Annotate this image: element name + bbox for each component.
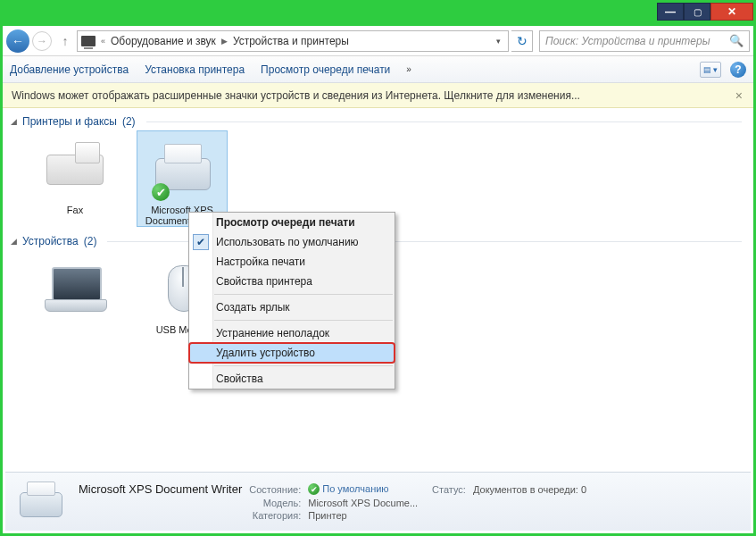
ctx-separator [214, 320, 393, 321]
group-count-printers: (2) [122, 115, 136, 128]
group-count-devices: (2) [84, 235, 97, 247]
ctx-set-default[interactable]: Использовать по умолчанию [189, 232, 395, 252]
address-dropdown-icon[interactable]: ▾ [493, 37, 504, 46]
nav-bar: ← → « Оборудование и звук ▶ Устройства и… [3, 26, 753, 56]
group-header-printers[interactable]: Принтеры и факсы (2) [5, 112, 751, 130]
fax-icon [39, 131, 111, 203]
details-model-value: Microsoft XPS Docume... [308, 498, 418, 508]
context-menu: Просмотр очереди печати Использовать по … [188, 212, 395, 389]
search-placeholder: Поиск: Устройства и принтеры [545, 35, 710, 47]
ctx-printer-properties[interactable]: Свойства принтера [189, 272, 395, 291]
details-pane: Microsoft XPS Document Writer Состояние:… [5, 472, 751, 531]
device-label: Fax [30, 205, 120, 215]
devices-icon [81, 36, 96, 46]
details-device-name: Microsoft XPS Document Writer [79, 482, 242, 496]
printer-icon [146, 131, 218, 203]
details-state-label: Состояние: [249, 484, 301, 495]
ctx-properties[interactable]: Свойства [189, 369, 395, 389]
breadcrumb-chevron-icon: ▶ [220, 37, 229, 46]
cmd-add-printer[interactable]: Установка принтера [145, 63, 245, 76]
details-status-value: Документов в очереди: 0 [473, 484, 586, 495]
window-controls [657, 3, 753, 21]
breadcrumb-sep: « [99, 37, 107, 46]
cmd-overflow-chevron-icon[interactable]: » [406, 64, 411, 74]
refresh-button[interactable] [511, 30, 533, 52]
command-bar: Добавление устройства Установка принтера… [3, 56, 753, 83]
default-printer-badge-icon [152, 183, 170, 201]
info-bar-text: Windows может отображать расширенные зна… [12, 89, 580, 102]
details-model-label: Модель: [249, 498, 301, 508]
ctx-print-setup[interactable]: Настройка печати [189, 252, 395, 272]
address-bar[interactable]: « Оборудование и звук ▶ Устройства и при… [77, 30, 509, 52]
minimize-button[interactable] [657, 3, 684, 21]
search-icon[interactable] [729, 34, 744, 47]
cmd-view-print-queue[interactable]: Просмотр очереди печати [261, 63, 390, 76]
up-button[interactable] [56, 32, 74, 50]
default-check-icon [308, 483, 320, 495]
device-item-fax[interactable]: Fax [30, 131, 120, 215]
group-divider [146, 121, 742, 122]
breadcrumb-hardware-sound[interactable]: Оборудование и звук [107, 35, 220, 47]
maximize-button[interactable] [684, 3, 710, 21]
back-button[interactable]: ← [6, 29, 29, 53]
details-state-value: По умолчанию [308, 483, 418, 496]
explorer-window: ← → « Оборудование и звук ▶ Устройства и… [0, 0, 756, 536]
laptop-icon [39, 251, 111, 322]
checkmark-icon [193, 234, 209, 250]
group-title-devices: Устройства [22, 235, 79, 247]
info-bar-close-icon[interactable] [735, 88, 743, 103]
ctx-remove-device[interactable]: Удалить устройство [189, 343, 395, 363]
ctx-separator [214, 294, 393, 295]
details-category-value: Принтер [308, 510, 418, 521]
ctx-troubleshoot[interactable]: Устранение неполадок [189, 323, 395, 343]
forward-button: → [32, 31, 52, 51]
details-printer-icon [14, 480, 68, 524]
group-title-printers: Принтеры и факсы [22, 115, 117, 128]
ctx-create-shortcut[interactable]: Создать ярлык [189, 297, 395, 317]
details-category-label: Категория: [249, 510, 301, 521]
breadcrumb-devices-printers[interactable]: Устройства и принтеры [229, 35, 353, 47]
cmd-add-device[interactable]: Добавление устройства [10, 63, 129, 76]
ctx-separator [214, 365, 393, 366]
collapse-triangle-icon[interactable] [11, 117, 17, 126]
help-button[interactable] [730, 62, 746, 78]
search-input[interactable]: Поиск: Устройства и принтеры [539, 30, 750, 52]
ctx-view-print-queue[interactable]: Просмотр очереди печати [189, 213, 395, 232]
collapse-triangle-icon[interactable] [11, 237, 17, 246]
view-options-button[interactable]: ▤ ▾ [700, 62, 721, 78]
close-button[interactable] [710, 3, 753, 21]
info-bar[interactable]: Windows может отображать расширенные зна… [3, 83, 753, 108]
details-status-label: Статус: [432, 484, 466, 495]
device-item-laptop[interactable] [30, 251, 120, 324]
title-bar [3, 3, 753, 26]
